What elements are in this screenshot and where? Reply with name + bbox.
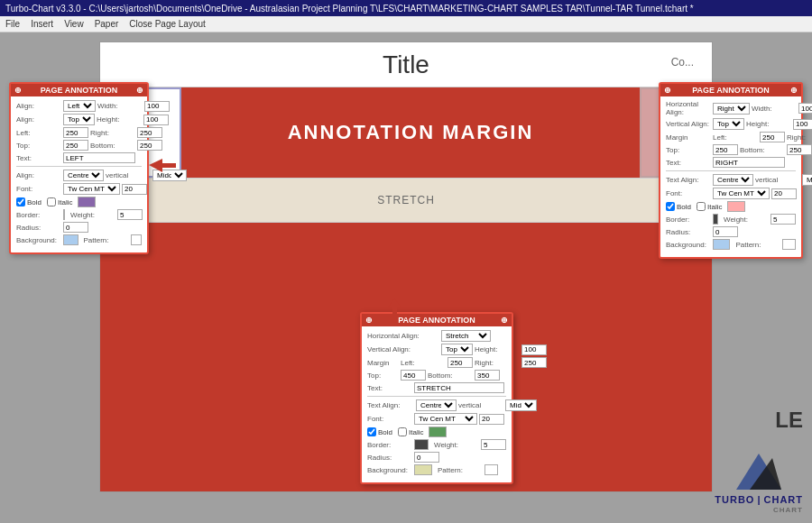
panel-right-italic-check[interactable] [697,202,706,211]
panel-right-bg-swatch[interactable] [713,239,730,250]
panel-right-textalign-select[interactable]: Centre [713,174,753,186]
panel-bottom-font-size[interactable] [479,414,504,425]
panel-right-style-row: Bold Italic [666,201,796,212]
panel-left-radius-input[interactable] [63,222,88,233]
panel-left-weight-label: Weight: [70,211,115,219]
panel-bottom-border-row: Border: Weight: [367,439,506,450]
panel-left-title-icon-right: ⊕ [136,86,143,95]
panel-right-radius-input[interactable] [713,226,738,237]
panel-left-weight-input[interactable] [117,209,143,220]
menu-close-page-layout[interactable]: Close Page Layout [129,19,206,29]
panel-bottom-italic-check[interactable] [398,427,407,436]
panel-left-bg-swatch[interactable] [63,234,78,245]
panel-left-textalign-select[interactable]: Centre [63,170,104,181]
panel-bottom-top-input[interactable] [401,370,426,381]
panel-left-valign-select[interactable]: Top [63,114,95,125]
panel-bottom-title-text: PAGE ANNOTATION [398,316,475,325]
panel-left-title-text: PAGE ANNOTATION [41,86,118,95]
panel-left-font-label: Font: [16,185,61,193]
panel-right-text-input[interactable] [713,157,785,168]
panel-right-valign-label: Vertical Align: [666,120,711,128]
panel-right-font-select[interactable]: Tw Cen MT [713,188,770,199]
panel-right-top-input[interactable] [713,144,738,155]
panel-left-bold-check[interactable] [16,197,25,206]
panel-bottom-text-label: Text: [367,384,412,392]
panel-right-left-input[interactable] [760,132,785,142]
panel-bottom-right-label: Right: [475,359,520,367]
panel-bottom-height-input[interactable] [521,344,547,355]
panel-left-bottom-input[interactable] [137,140,162,151]
main-area: Title Co... LEFT ANNOTATION MARGIN RIGHT… [0,32,812,523]
panel-bottom-title-icon-left: ⊕ [365,316,373,325]
panel-right-radius-row: Radius: [666,226,796,237]
panel-left-left-input[interactable] [63,127,88,138]
panel-bottom-bottom-input[interactable] [475,370,500,381]
panel-right-bold-check[interactable] [666,202,675,211]
panel-right-right-label: Right: [787,133,812,142]
panel-bottom-vertical-select[interactable]: Midd [505,399,537,411]
panel-right: ⊕ PAGE ANNOTATION ⊕ Horizontal Align: Ri… [659,82,803,259]
panel-bottom-left-input[interactable] [448,357,473,368]
panel-right-bottom-label: Bottom: [740,146,785,154]
panel-left-height-input[interactable] [143,115,169,125]
panel-right-border-swatch[interactable] [713,214,718,225]
panel-left-halign-select[interactable]: Left [63,100,96,112]
chart-badge: CHART [773,506,803,514]
panel-bottom-weight-input[interactable] [481,439,506,450]
panel-right-valign-select[interactable]: Top [713,118,744,130]
panel-right-halign-select[interactable]: Right [713,103,750,115]
panel-left-right-label: Right: [90,129,135,137]
panel-left-style-row: Bold Italic [16,197,142,207]
svg-marker-3 [388,298,401,321]
panel-bottom-right-input[interactable] [521,357,547,368]
panel-right-radius-label: Radius: [666,228,711,236]
panel-right-halign-row: Horizontal Align: Right Width: [666,100,796,116]
panel-bottom-font-select[interactable]: Tw Cen MT [414,413,477,425]
panel-left-italic-check[interactable] [47,197,56,206]
panel-left-text-input[interactable] [63,152,135,163]
panel-bottom-valign-select[interactable]: Top [441,344,473,355]
menu-file[interactable]: File [5,19,20,29]
panel-left-right-input[interactable] [137,127,162,138]
panel-left-width-label: Width: [97,102,143,110]
panel-bottom-text-row: Text: [367,382,506,393]
panel-right-color-swatch[interactable] [727,201,745,212]
panel-bottom-text-input[interactable] [414,382,504,393]
panel-right-vertical-select[interactable]: Midd [802,174,812,186]
panel-bottom-margin-label: Margin [367,359,399,367]
panel-right-height-input[interactable] [793,119,812,130]
panel-right-weight-input[interactable] [770,214,796,225]
panel-left-color-swatch[interactable] [78,197,96,207]
menu-insert[interactable]: Insert [31,19,53,29]
panel-left-top-input[interactable] [63,140,88,151]
panel-bottom-radius-input[interactable] [414,452,439,463]
panel-left-width-input[interactable] [144,101,170,112]
panel-left-font-size[interactable] [122,184,147,195]
panel-right-width-input[interactable] [798,103,812,114]
panel-bottom-border-swatch[interactable] [414,439,429,450]
panel-right-text-label: Text: [666,159,711,167]
panel-bottom-color-swatch[interactable] [429,427,447,437]
menu-view[interactable]: View [64,19,84,29]
panel-right-bottom-input[interactable] [787,144,812,155]
panel-left-border-swatch[interactable] [63,209,65,220]
panel-right-title-text: PAGE ANNOTATION [692,86,770,95]
panel-bottom-textalign-select[interactable]: Centre [416,399,457,411]
panel-right-margin2-row: Top: Bottom: [666,144,796,155]
panel-bottom-title-icon-right: ⊕ [501,316,508,325]
panel-bottom-halign-select[interactable]: Stretch [441,330,491,342]
panel-left-halign-label: Align: [16,102,61,110]
panel-right-font-label: Font: [666,189,711,197]
panel-left-pattern-swatch[interactable] [131,234,142,245]
panel-left-font-select[interactable]: Tw Cen MT [63,183,120,195]
menu-paper[interactable]: Paper [95,19,119,29]
panel-right-bg-label: Background: [666,241,711,249]
panel-bottom-pattern-swatch[interactable] [484,464,498,475]
panel-right-font-size[interactable] [771,188,797,199]
panel-right-valign-row: Vertical Align: Top Height: [666,118,796,130]
panel-bottom-bg-swatch[interactable] [414,464,432,475]
panel-bottom-height-label: Height: [475,345,520,353]
panel-right-pattern-swatch[interactable] [782,239,796,250]
panel-right-left-label: Left: [713,133,758,142]
panel-bottom-bold-check[interactable] [367,427,376,436]
